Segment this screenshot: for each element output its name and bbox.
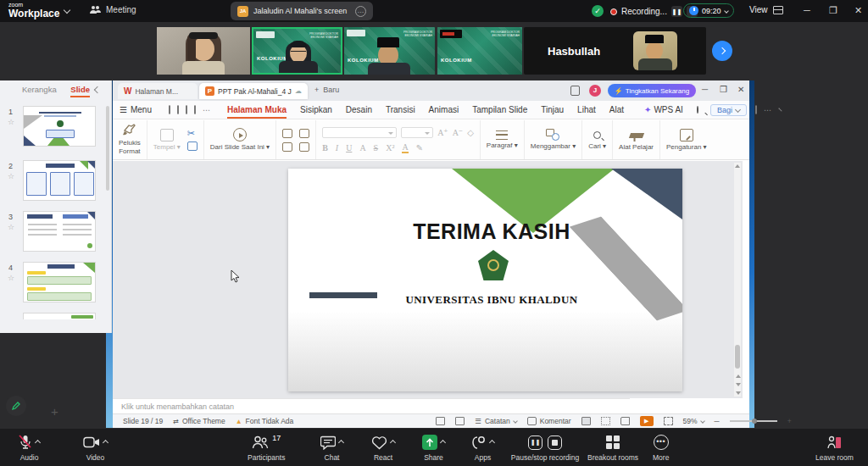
format-painter-button[interactable]: PelukisFormat: [113, 120, 147, 159]
decrease-font-icon[interactable]: A⁻: [453, 128, 464, 137]
slide-thumbnail-1[interactable]: [23, 106, 96, 147]
superscript-button[interactable]: X²: [386, 143, 394, 153]
slide-layout-icon[interactable]: [282, 142, 292, 152]
next-participants-button[interactable]: [712, 41, 732, 61]
strikethrough-button[interactable]: S: [374, 143, 379, 153]
menu-animasi[interactable]: Animasi: [422, 105, 466, 114]
video-tile-participant-4[interactable]: PROGRAM DOKTOR EKONOMI SYARIAH KOLOKIUM: [437, 27, 522, 75]
university-logo-icon[interactable]: [478, 250, 509, 280]
window-mode-icon[interactable]: [570, 86, 580, 96]
tab-wps-home[interactable]: W Halaman M...: [118, 83, 198, 99]
video-options-icon[interactable]: [103, 439, 108, 445]
share-button[interactable]: Share: [422, 434, 445, 462]
font-color-button[interactable]: A: [402, 142, 408, 153]
share-document-button[interactable]: Bagi: [710, 104, 747, 116]
more-button[interactable]: ••• More: [653, 434, 669, 462]
next-slide-icon[interactable]: [736, 383, 741, 386]
section-icon[interactable]: [299, 142, 309, 152]
settings-button[interactable]: Pengaturan ▾: [660, 120, 713, 159]
font-effects-button[interactable]: A: [359, 143, 365, 153]
spellcheck-icon[interactable]: [436, 417, 445, 425]
meeting-timer[interactable]: 09:20: [683, 3, 734, 18]
menu-transisi[interactable]: Transisi: [379, 105, 422, 114]
more-tools-icon[interactable]: ⋯: [199, 106, 214, 114]
apps-button[interactable]: Apps: [471, 434, 494, 462]
new-slide-icon[interactable]: [282, 129, 292, 138]
video-tile-participant-1[interactable]: [157, 27, 250, 75]
open-icon[interactable]: [169, 105, 170, 114]
reading-view-button[interactable]: [620, 417, 630, 425]
print-icon[interactable]: [194, 105, 196, 114]
react-button[interactable]: React: [371, 434, 395, 462]
react-options-icon[interactable]: [390, 439, 396, 445]
menu-button[interactable]: ☰ Menu: [113, 105, 159, 114]
previous-slide-icon[interactable]: [736, 374, 741, 378]
audio-button[interactable]: Audio: [19, 434, 40, 462]
reset-slide-icon[interactable]: [299, 129, 309, 138]
fit-slide-button[interactable]: [664, 417, 673, 425]
tab-kerangka[interactable]: Kerangka: [22, 85, 57, 94]
increase-font-icon[interactable]: A⁺: [437, 128, 448, 137]
slide-organization[interactable]: UNIVERSITAS IBNU KHALDUN: [288, 293, 682, 307]
slide-thumbnail-4[interactable]: [23, 262, 96, 302]
wps-close-button[interactable]: ✕: [737, 85, 744, 94]
ribbon-more-icon[interactable]: ⋯: [760, 106, 775, 114]
scroll-up-icon[interactable]: [735, 164, 740, 168]
pause-recording-icon[interactable]: ❚❚: [671, 6, 682, 17]
theme-button[interactable]: ⇄ Office Theme: [173, 417, 225, 425]
annotate-button[interactable]: [6, 396, 26, 416]
copy-icon[interactable]: [187, 141, 198, 151]
zoom-out-button[interactable]: ─: [715, 417, 720, 425]
student-tools-button[interactable]: Alat Pelajar: [613, 120, 660, 159]
pause-icon[interactable]: ❚❚: [528, 435, 542, 450]
scrollbar-thumb[interactable]: [735, 345, 740, 369]
notes-bar[interactable]: Klik untuk menambahkan catatan: [113, 398, 630, 413]
video-button[interactable]: Video: [83, 434, 108, 462]
play-from-current-slide-button[interactable]: Dari Slide Saat Ini ▾: [204, 120, 276, 159]
menu-halaman-muka[interactable]: Halaman Muka: [220, 105, 293, 114]
slide-editor-area[interactable]: TERIMA KASIH UNIVERSITAS IBNU KHALDUN: [113, 161, 743, 398]
video-tile-hasbullah[interactable]: Hasbullah: [524, 27, 706, 75]
draw-button[interactable]: Menggambar ▾: [525, 120, 582, 159]
maximize-button[interactable]: ❐: [829, 5, 837, 16]
slide-thumbnail-2[interactable]: [23, 160, 96, 201]
wps-maximize-button[interactable]: ❐: [720, 85, 727, 94]
tab-options-icon[interactable]: …: [355, 6, 366, 17]
slide-canvas[interactable]: TERIMA KASIH UNIVERSITAS IBNU KHALDUN: [288, 169, 682, 391]
slide-thumbnail-5-partial[interactable]: [23, 313, 96, 319]
close-button[interactable]: ✕: [854, 5, 862, 16]
stop-icon[interactable]: [548, 435, 562, 450]
wps-minimize-button[interactable]: ─: [702, 85, 708, 94]
tab-document[interactable]: P PPT Pak Al-Mahali_4 Juni 2021 ☁: [199, 83, 308, 99]
tab-shared-screen[interactable]: JA Jalaludin Al Mahali's screen …: [231, 2, 373, 20]
zoom-level[interactable]: 59%: [683, 417, 704, 425]
tab-meeting[interactable]: Meeting: [90, 5, 136, 14]
menu-tinjau[interactable]: Tinjau: [534, 105, 570, 114]
apps-options-icon[interactable]: [489, 439, 495, 445]
star-icon[interactable]: ☆: [8, 118, 14, 126]
chat-options-icon[interactable]: [338, 439, 344, 445]
menu-tampilan-slide[interactable]: Tampilan Slide: [465, 105, 534, 114]
comment-panel-icon[interactable]: [755, 105, 757, 114]
font-family-select[interactable]: [322, 127, 397, 138]
leave-room-button[interactable]: Leave room: [815, 434, 854, 462]
collapse-panel-icon[interactable]: [94, 86, 101, 93]
share-options-icon[interactable]: [440, 439, 446, 445]
bold-button[interactable]: B: [322, 143, 328, 153]
security-shield-icon[interactable]: ✓: [592, 5, 604, 17]
normal-view-button[interactable]: [581, 417, 591, 425]
search-icon[interactable]: [697, 106, 698, 114]
comment-toggle[interactable]: Komentar: [527, 417, 571, 425]
notes-toggle[interactable]: ☰ Catatan: [475, 417, 516, 425]
vertical-scrollbar[interactable]: [734, 163, 741, 397]
pause-stop-recording-button[interactable]: ❚❚ Pause/stop recording: [504, 434, 587, 462]
handout-icon[interactable]: [455, 417, 465, 425]
cut-icon[interactable]: ✂: [187, 129, 198, 138]
new-document-button[interactable]: + Baru: [314, 86, 339, 94]
wps-ai-button[interactable]: ✦ WPS AI: [637, 105, 690, 114]
upgrade-button[interactable]: ⚡ Tingkatkan Sekarang: [608, 84, 696, 97]
menu-desain[interactable]: Desain: [339, 105, 379, 114]
minimize-button[interactable]: ─: [804, 5, 810, 15]
export-icon[interactable]: [186, 105, 187, 114]
paragraph-button[interactable]: Paragraf ▾: [481, 120, 525, 159]
